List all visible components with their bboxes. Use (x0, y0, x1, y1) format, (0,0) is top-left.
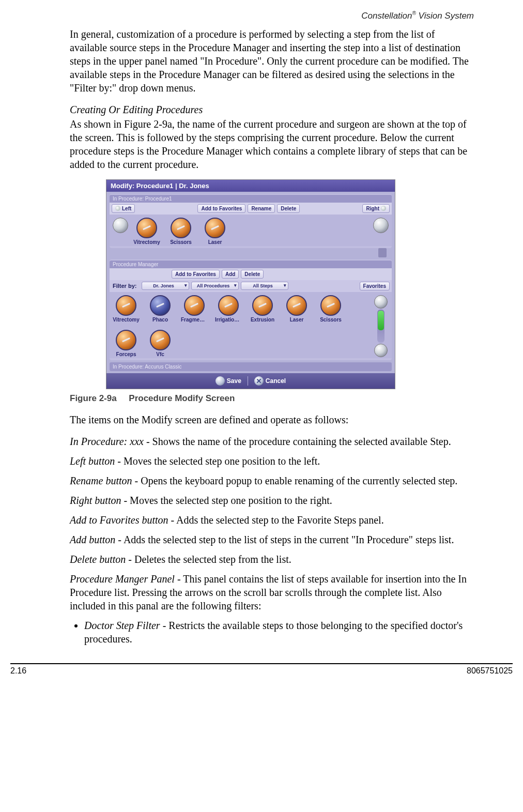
modify-titlebar: Modify: Procedure1 | Dr. Jones (106, 180, 395, 192)
mgr-add-button[interactable]: Add (222, 270, 239, 279)
in-procedure-panel: In Procedure: Procedure1 Left Add to Fav… (110, 194, 392, 248)
filter-bullets: Doctor Step Filter - Restricts the avail… (70, 619, 474, 646)
footer-page-number: 2.16 (10, 666, 26, 676)
step-label: Vitrectomy (133, 239, 160, 245)
step-icon (116, 295, 136, 316)
add-to-favorites-button[interactable]: Add to Favorites (197, 204, 245, 213)
def-procedure-manager-panel: Procedure Manger Panel - This panel cont… (70, 572, 474, 612)
step-icon (320, 295, 341, 316)
step-icon (205, 218, 225, 238)
def-add-favorites-button: Add to Favorites button - Adds the selec… (70, 513, 474, 527)
paragraph-creating-editing: As shown in Figure 2-9a, the name of the… (70, 117, 474, 171)
subheading-creating-editing: Creating Or Editing Procedures (70, 103, 474, 116)
step-icon (252, 295, 273, 316)
step-label: Vitrectomy (113, 317, 140, 323)
in-procedure-title: In Procedure: Procedure1 (110, 195, 392, 203)
step-label: Forceps (113, 351, 140, 357)
scroll-thumb[interactable] (378, 311, 384, 330)
step-label: Vfc (147, 351, 174, 357)
right-button[interactable]: Right (362, 204, 390, 213)
scroll-up-button[interactable] (374, 295, 388, 309)
step-label: Laser (202, 239, 228, 245)
step-icon (136, 218, 157, 238)
cancel-button[interactable]: Cancel (254, 376, 286, 386)
step-label: Scissors (317, 317, 344, 323)
arrow-left-icon (115, 206, 120, 211)
scroll-right-knob[interactable] (373, 218, 389, 233)
mgr-step-fragmentation[interactable]: Fragmentati (181, 295, 208, 323)
left-button[interactable]: Left (112, 204, 135, 213)
mgr-delete-button[interactable]: Delete (241, 270, 264, 279)
step-icon (150, 295, 171, 316)
step-label: Fragmentati (181, 317, 208, 323)
procedure-manager-body: Vitrectomy Phaco Fragmentati IrrigationA… (110, 292, 392, 358)
step-icon (150, 330, 171, 350)
procedure-manager-title: Procedure Manager (110, 261, 392, 268)
paragraph-intro: In general, customization of a procedure… (70, 27, 474, 95)
def-add-button: Add button - Adds the selected step to t… (70, 533, 474, 546)
mgr-add-to-favorites-button[interactable]: Add to Favorites (172, 270, 220, 279)
page-footer: 2.16 8065751025 (10, 663, 513, 681)
step-laser[interactable]: Laser (202, 218, 228, 245)
mgr-step-extrusion[interactable]: Extrusion (249, 295, 276, 323)
save-icon (216, 376, 225, 386)
figure-2-9a: Modify: Procedure1 | Dr. Jones In Proced… (106, 179, 474, 389)
step-label: Scissors (167, 239, 194, 245)
in-procedure-accurus: In Procedure: Accurus Classic (110, 362, 392, 371)
filter-by-label: Filter by: (112, 283, 140, 289)
mgr-step-scissors[interactable]: Scissors (317, 295, 344, 323)
def-left-button: Left button - Moves the selected step on… (70, 454, 474, 468)
filter-procedure-dropdown[interactable]: All Procedures (191, 282, 239, 290)
save-cancel-bar: Save Cancel (106, 373, 395, 389)
delete-button[interactable]: Delete (277, 204, 300, 213)
figure-number: Figure 2-9a (70, 393, 117, 403)
scroll-down-button[interactable] (374, 344, 388, 357)
step-vitrectomy[interactable]: Vitrectomy (133, 218, 160, 245)
scroll-track[interactable] (377, 310, 384, 343)
bullet-doctor-step-filter: Doctor Step Filter - Restricts the avail… (84, 619, 474, 646)
filter-step-dropdown[interactable]: All Steps (241, 282, 288, 290)
scrollbar (370, 295, 389, 357)
figure-caption: Figure 2-9a Procedure Modify Screen (70, 393, 474, 404)
trash-icon[interactable] (378, 248, 387, 257)
def-right-button: Right button - Moves the selected step o… (70, 494, 474, 507)
mgr-step-vfc[interactable]: Vfc (147, 330, 174, 357)
mgr-step-phaco[interactable]: Phaco (147, 295, 174, 323)
step-label: Laser (283, 317, 310, 323)
step-icon (171, 218, 191, 238)
mgr-step-forceps[interactable]: Forceps (113, 330, 140, 357)
mgr-step-vitrectomy[interactable]: Vitrectomy (113, 295, 140, 323)
procedure-manager-panel: Procedure Manager Add to Favorites Add D… (110, 259, 392, 360)
footer-doc-number: 8065751025 (467, 666, 513, 676)
def-in-procedure: In Procedure: xxx - Shows the name of th… (70, 435, 474, 448)
in-procedure-toolbar: Left Add to Favorites Rename Delete Righ… (110, 203, 392, 215)
step-icon (286, 295, 307, 316)
cancel-icon (254, 376, 264, 386)
def-rename-button: Rename button - Opens the keyboard popup… (70, 474, 474, 487)
step-icon (116, 330, 136, 350)
mgr-step-irrigation[interactable]: IrrigationAs (215, 295, 242, 323)
scroll-left-knob[interactable] (113, 218, 128, 233)
paragraph-items-intro: The items on the Modify screen are defin… (70, 413, 474, 426)
step-label: Extrusion (249, 317, 276, 323)
in-procedure-steps-row: Vitrectomy Scissors Laser (110, 215, 392, 246)
procedure-modify-screen: Modify: Procedure1 | Dr. Jones In Proced… (106, 179, 395, 389)
step-label: IrrigationAs (215, 317, 242, 323)
arrow-right-icon (381, 206, 386, 211)
save-button[interactable]: Save (216, 376, 241, 386)
filter-doctor-dropdown[interactable]: Dr. Jones (142, 282, 189, 290)
filter-row: Filter by: Dr. Jones All Procedures All … (110, 280, 392, 292)
procedure-manager-toolbar: Add to Favorites Add Delete (110, 268, 392, 280)
step-scissors[interactable]: Scissors (167, 218, 194, 245)
page-header: Constellation® Vision System (70, 10, 474, 21)
right-button-label: Right (366, 206, 379, 211)
figure-title: Procedure Modify Screen (129, 393, 235, 403)
rename-button[interactable]: Rename (248, 204, 275, 213)
divider (248, 376, 248, 386)
left-button-label: Left (122, 206, 131, 211)
save-label: Save (227, 377, 241, 385)
step-icon (184, 295, 205, 316)
cancel-label: Cancel (266, 377, 286, 385)
mgr-step-laser[interactable]: Laser (283, 295, 310, 323)
favorites-button[interactable]: Favorites (360, 282, 390, 290)
